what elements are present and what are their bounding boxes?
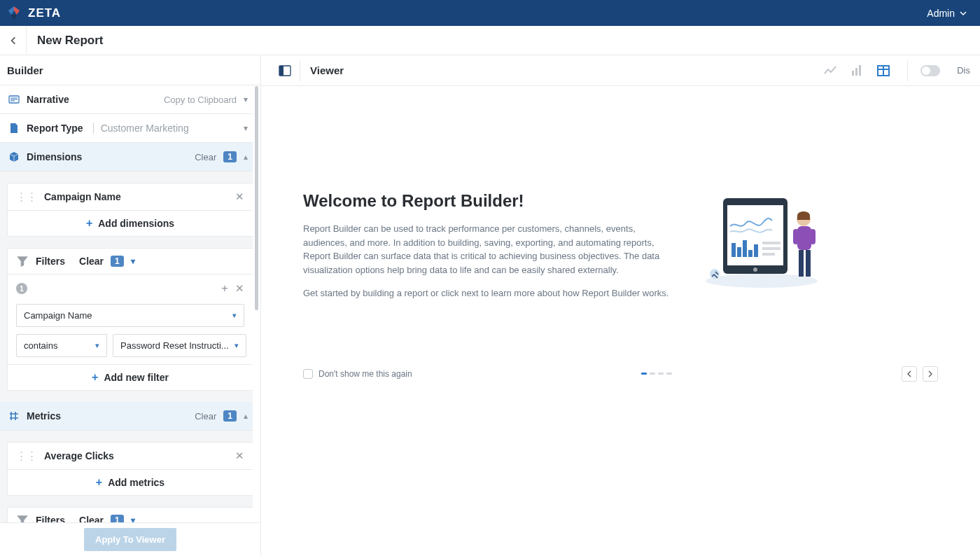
carousel-dot[interactable] — [641, 373, 647, 375]
table-view-icon[interactable] — [876, 64, 890, 78]
section-narrative[interactable]: Narrative Copy to Clipboard ▾ — [0, 85, 260, 114]
metric-filters-clear[interactable]: Clear — [79, 515, 104, 522]
svg-rect-9 — [852, 71, 854, 76]
carousel-prev-button[interactable] — [902, 366, 917, 382]
metrics-clear[interactable]: Clear — [195, 411, 216, 422]
carousel-dots — [641, 373, 672, 375]
svg-rect-29 — [793, 229, 799, 244]
admin-label: Admin — [927, 8, 955, 19]
report-type-icon — [8, 123, 20, 134]
carousel-dot[interactable] — [658, 373, 664, 375]
add-condition[interactable]: + — [221, 282, 228, 296]
collapse-panel-button[interactable] — [270, 60, 300, 81]
add-dimensions-label: Add dimensions — [98, 218, 174, 229]
chevron-down-icon[interactable]: ▾ — [131, 515, 139, 522]
filters-label: Filters — [36, 256, 65, 267]
dimension-filters-card: Filters Clear 1 ▾ 1 + ✕ — [7, 248, 253, 391]
svg-rect-24 — [762, 242, 780, 244]
filters-count: 1 — [111, 256, 124, 267]
dimensions-label: Dimensions — [27, 151, 82, 162]
chevron-down-icon[interactable]: ▾ — [244, 95, 252, 104]
section-report-type[interactable]: Report Type Customer Marketing ▾ — [0, 114, 260, 143]
svg-rect-25 — [762, 247, 780, 250]
admin-menu[interactable]: Admin — [927, 8, 967, 19]
dimensions-count: 1 — [223, 151, 237, 162]
display-toggle-label: Dis — [957, 65, 970, 76]
dont-show-checkbox[interactable] — [303, 369, 313, 379]
chevron-down-icon[interactable]: ▾ — [131, 256, 139, 266]
chevron-up-icon[interactable]: ▴ — [244, 152, 252, 162]
chevron-down-icon: ▾ — [95, 341, 99, 350]
metric-card: ⋮⋮ Average Clicks ✕ + Add metrics — [7, 442, 253, 496]
section-metrics[interactable]: Metrics Clear 1 ▴ — [0, 402, 260, 431]
section-report-type-label: Report Type — [27, 123, 83, 134]
line-chart-icon[interactable] — [823, 64, 837, 78]
bar-chart-icon[interactable] — [850, 64, 864, 78]
remove-filter[interactable]: ✕ — [235, 282, 244, 295]
display-toggle[interactable] — [920, 65, 940, 76]
filter-icon — [16, 514, 29, 522]
chevron-left-icon — [8, 36, 18, 46]
filter-field-dropdown[interactable]: Campaign Name ▾ — [16, 304, 244, 327]
section-dimensions[interactable]: Dimensions Clear 1 ▴ — [0, 143, 260, 172]
chevron-down-icon: ▾ — [232, 311, 237, 320]
remove-metric[interactable]: ✕ — [235, 450, 244, 462]
chevron-right-icon — [927, 370, 934, 377]
brand-logo-icon — [6, 5, 22, 22]
drag-handle-icon[interactable]: ⋮⋮ — [16, 450, 37, 462]
chevron-down-icon[interactable]: ▾ — [244, 123, 252, 133]
svg-rect-22 — [748, 250, 752, 257]
dimensions-clear[interactable]: Clear — [195, 152, 216, 162]
svg-rect-11 — [859, 65, 861, 76]
metric-item[interactable]: ⋮⋮ Average Clicks ✕ — [8, 443, 253, 470]
brand-text: ZETA — [28, 6, 61, 20]
carousel-dot[interactable] — [666, 373, 672, 375]
filter-value-text: Password Reset Instructi... — [120, 340, 229, 351]
filter-operator-value: contains — [24, 340, 57, 351]
chevron-down-icon — [959, 9, 967, 18]
svg-rect-32 — [806, 250, 811, 277]
remove-dimension[interactable]: ✕ — [235, 190, 244, 203]
add-new-filter[interactable]: + Add new filter — [8, 364, 253, 390]
carousel-dot[interactable] — [650, 373, 655, 375]
report-type-value: Customer Marketing — [93, 123, 189, 134]
chevron-up-icon[interactable]: ▴ — [244, 411, 252, 421]
metrics-count: 1 — [223, 410, 237, 422]
carousel-next-button[interactable] — [923, 366, 938, 382]
filter-value-dropdown[interactable]: Password Reset Instructi... ▾ — [113, 334, 246, 357]
builder-title: Builder — [0, 55, 260, 85]
add-dimensions[interactable]: + Add dimensions — [8, 211, 253, 236]
dimension-item-name: Campaign Name — [44, 191, 235, 202]
filters-clear[interactable]: Clear — [79, 256, 104, 267]
page-title: New Report — [37, 34, 103, 48]
dimension-item[interactable]: ⋮⋮ Campaign Name ✕ — [8, 183, 253, 211]
plus-icon: + — [96, 477, 102, 488]
scrollbar[interactable] — [253, 86, 260, 522]
welcome-heading: Welcome to Report Builder! — [303, 191, 681, 211]
welcome-illustration — [702, 191, 828, 289]
metric-item-name: Average Clicks — [44, 450, 235, 461]
apply-to-viewer-button[interactable]: Apply To Viewer — [84, 528, 176, 551]
add-metrics[interactable]: + Add metrics — [8, 470, 253, 495]
plus-icon: + — [86, 218, 92, 229]
hash-icon — [8, 410, 20, 422]
filter-operator-dropdown[interactable]: contains ▾ — [16, 334, 107, 357]
drag-handle-icon[interactable]: ⋮⋮ — [16, 190, 37, 203]
add-new-filter-label: Add new filter — [104, 372, 169, 383]
metric-filters-label: Filters — [36, 515, 65, 522]
dimension-card: ⋮⋮ Campaign Name ✕ + Add dimensions — [7, 183, 253, 237]
svg-rect-19 — [732, 243, 736, 257]
welcome-paragraph-1: Report Builder can be used to track perf… — [303, 222, 681, 277]
svg-rect-20 — [737, 247, 741, 257]
chevron-left-icon — [906, 370, 913, 377]
back-button[interactable] — [0, 26, 27, 55]
copy-to-clipboard[interactable]: Copy to Clipboard — [164, 95, 237, 105]
panel-collapse-icon — [279, 65, 291, 76]
metric-filters-card: Filters Clear 1 ▾ — [7, 507, 253, 522]
scrollbar-thumb[interactable] — [255, 86, 258, 310]
metric-filters-count: 1 — [111, 515, 124, 522]
welcome-paragraph-2: Get started by building a report or clic… — [303, 286, 681, 300]
svg-rect-31 — [799, 250, 804, 277]
svg-marker-1 — [8, 6, 14, 15]
section-narrative-label: Narrative — [27, 94, 69, 105]
